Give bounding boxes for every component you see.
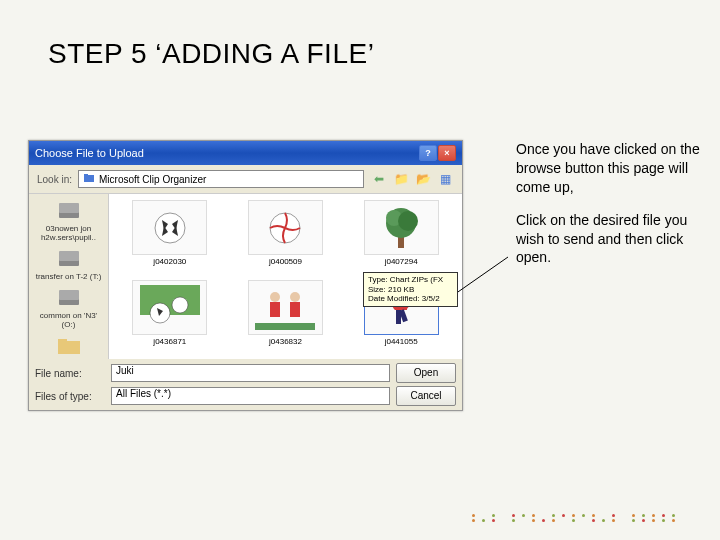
file-item[interactable]: j0436832 xyxy=(229,278,343,356)
file-upload-dialog: Choose File to Upload ? × Look in: Micro… xyxy=(28,140,463,411)
file-tooltip: Type: Chart ZIPs (FX Size: 210 KB Date M… xyxy=(363,272,458,307)
drive-icon xyxy=(55,200,83,222)
file-name: j0407294 xyxy=(385,257,418,266)
svg-rect-5 xyxy=(59,251,79,261)
places-sidebar: 03nowen jon h2w.sers\pupil.. transfer on… xyxy=(29,194,109,359)
svg-point-21 xyxy=(398,211,418,231)
instruction-paragraph: Click on the desired file you wish to se… xyxy=(516,211,711,268)
sidebar-item[interactable]: common on 'N3' (O:) xyxy=(31,285,106,331)
dialog-title: Choose File to Upload xyxy=(35,147,144,159)
file-name: j0400509 xyxy=(269,257,302,266)
cancel-button[interactable]: Cancel xyxy=(396,386,456,406)
svg-point-24 xyxy=(172,297,188,313)
views-icon[interactable]: ▦ xyxy=(436,170,454,188)
svg-rect-0 xyxy=(84,175,94,182)
file-name: j0436871 xyxy=(153,337,186,346)
new-folder-icon[interactable]: 📂 xyxy=(414,170,432,188)
drive-icon xyxy=(55,287,83,309)
svg-rect-27 xyxy=(270,302,280,317)
thumbnail-icon xyxy=(132,280,207,335)
filetype-select[interactable]: All Files (*.*) xyxy=(111,387,390,405)
sidebar-item[interactable]: Pupils xyxy=(31,333,106,359)
thumbnail-icon xyxy=(248,200,323,255)
svg-point-26 xyxy=(270,292,280,302)
back-icon[interactable]: ⬅ xyxy=(370,170,388,188)
lookin-dropdown[interactable]: Microsoft Clip Organizer xyxy=(78,170,364,188)
svg-rect-9 xyxy=(58,339,67,343)
file-name: j0441055 xyxy=(385,337,418,346)
thumbnail-icon xyxy=(248,280,323,335)
dialog-toolbar: Look in: Microsoft Clip Organizer ⬅ 📁 📂 … xyxy=(29,165,462,194)
thumbnail-icon xyxy=(364,200,439,255)
file-item[interactable]: j0436871 xyxy=(113,278,227,356)
drive-icon xyxy=(55,248,83,270)
dialog-titlebar: Choose File to Upload ? × xyxy=(29,141,462,165)
file-item[interactable]: j0402030 xyxy=(113,198,227,276)
sidebar-item-label: transfer on T-2 (T:) xyxy=(36,272,102,281)
folder-icon xyxy=(83,172,95,186)
folder-icon xyxy=(55,335,83,357)
file-item[interactable]: j0400509 xyxy=(229,198,343,276)
svg-rect-7 xyxy=(59,290,79,300)
svg-rect-3 xyxy=(59,203,79,213)
svg-rect-30 xyxy=(255,323,315,330)
tooltip-size: Size: 210 KB xyxy=(368,285,453,295)
tooltip-date: Date Modified: 3/5/2 xyxy=(368,294,453,304)
lookin-value: Microsoft Clip Organizer xyxy=(99,174,206,185)
help-button[interactable]: ? xyxy=(419,145,437,161)
file-name: j0402030 xyxy=(153,257,186,266)
up-folder-icon[interactable]: 📁 xyxy=(392,170,410,188)
sidebar-item[interactable]: 03nowen jon h2w.sers\pupil.. xyxy=(31,198,106,244)
svg-point-28 xyxy=(290,292,300,302)
svg-rect-22 xyxy=(140,285,200,315)
sidebar-item-label: 03nowen jon h2w.sers\pupil.. xyxy=(41,224,96,242)
svg-point-12 xyxy=(155,213,185,243)
filetype-label: Files of type: xyxy=(35,391,105,402)
svg-rect-1 xyxy=(84,174,88,176)
sidebar-item[interactable]: transfer on T-2 (T:) xyxy=(31,246,106,283)
svg-rect-29 xyxy=(290,302,300,317)
instruction-paragraph: Once you have clicked on the browse butt… xyxy=(516,140,711,197)
file-item[interactable]: j0407294 xyxy=(344,198,458,276)
filename-label: File name: xyxy=(35,368,105,379)
close-button[interactable]: × xyxy=(438,145,456,161)
lookin-label: Look in: xyxy=(37,174,72,185)
thumbnail-icon xyxy=(132,200,207,255)
sidebar-item-label: common on 'N3' (O:) xyxy=(40,311,97,329)
filename-input[interactable]: Juki xyxy=(111,364,390,382)
open-button[interactable]: Open xyxy=(396,363,456,383)
decorative-dots-icon xyxy=(472,514,690,522)
dialog-bottom-bar: File name: Juki Open Files of type: All … xyxy=(29,359,462,410)
instruction-text: Once you have clicked on the browse butt… xyxy=(516,140,711,281)
file-list: j0402030 j0400509 j0407294 xyxy=(109,194,462,359)
slide-title: STEP 5 ‘ADDING A FILE’ xyxy=(0,0,720,70)
tooltip-type: Type: Chart ZIPs (FX xyxy=(368,275,453,285)
file-name: j0436832 xyxy=(269,337,302,346)
